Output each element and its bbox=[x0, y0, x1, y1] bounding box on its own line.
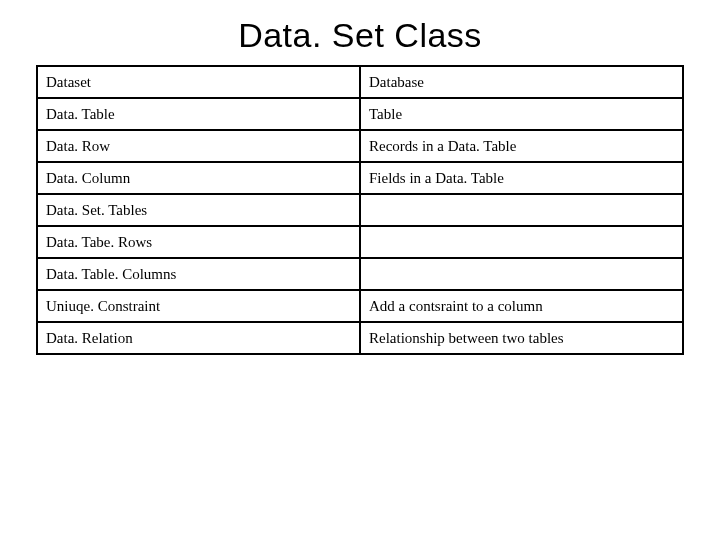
cell-right: Database bbox=[360, 66, 683, 98]
cell-left: Dataset bbox=[37, 66, 360, 98]
cell-left: Data. Row bbox=[37, 130, 360, 162]
cell-right: Relationship between two tables bbox=[360, 322, 683, 354]
cell-left: Uniuqe. Constraint bbox=[37, 290, 360, 322]
table-row: Data. Column Fields in a Data. Table bbox=[37, 162, 683, 194]
cell-right: Table bbox=[360, 98, 683, 130]
cell-left: Data. Tabe. Rows bbox=[37, 226, 360, 258]
cell-right bbox=[360, 194, 683, 226]
cell-left: Data. Column bbox=[37, 162, 360, 194]
slide: Data. Set Class Dataset Database Data. T… bbox=[0, 0, 720, 540]
table-row: Data. Tabe. Rows bbox=[37, 226, 683, 258]
table-row: Data. Table. Columns bbox=[37, 258, 683, 290]
cell-left: Data. Set. Tables bbox=[37, 194, 360, 226]
table-row: Uniuqe. Constraint Add a contsraint to a… bbox=[37, 290, 683, 322]
cell-right: Fields in a Data. Table bbox=[360, 162, 683, 194]
table-row: Data. Table Table bbox=[37, 98, 683, 130]
cell-left: Data. Table. Columns bbox=[37, 258, 360, 290]
cell-right bbox=[360, 226, 683, 258]
table-row: Data. Relation Relationship between two … bbox=[37, 322, 683, 354]
cell-right: Add a contsraint to a column bbox=[360, 290, 683, 322]
table-row: Data. Row Records in a Data. Table bbox=[37, 130, 683, 162]
table-row: Dataset Database bbox=[37, 66, 683, 98]
table-row: Data. Set. Tables bbox=[37, 194, 683, 226]
cell-left: Data. Table bbox=[37, 98, 360, 130]
cell-right bbox=[360, 258, 683, 290]
cell-right: Records in a Data. Table bbox=[360, 130, 683, 162]
definition-table: Dataset Database Data. Table Table Data.… bbox=[36, 65, 684, 355]
cell-left: Data. Relation bbox=[37, 322, 360, 354]
page-title: Data. Set Class bbox=[36, 16, 684, 55]
